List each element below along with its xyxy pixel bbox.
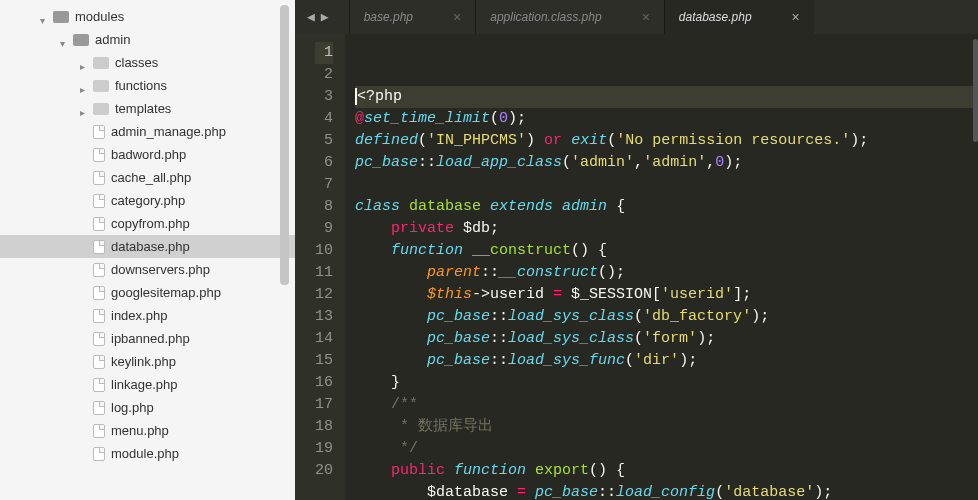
- code-line[interactable]: defined('IN_PHPCMS') or exit('No permiss…: [355, 130, 978, 152]
- code-line[interactable]: pc_base::load_sys_func('dir');: [355, 350, 978, 372]
- code-line[interactable]: function __construct() {: [355, 240, 978, 262]
- code-content[interactable]: <?php@set_time_limit(0);defined('IN_PHPC…: [345, 34, 978, 500]
- tab-base-php[interactable]: base.php×: [349, 0, 476, 34]
- line-number-gutter[interactable]: 1234567891011121314151617181920: [295, 34, 345, 500]
- tree-item-googlesitemap-php[interactable]: googlesitemap.php: [0, 281, 295, 304]
- tree-item-label: category.php: [111, 193, 185, 208]
- folder-icon: [73, 34, 89, 46]
- folder-icon: [53, 11, 69, 23]
- code-area[interactable]: 1234567891011121314151617181920 <?php@se…: [295, 34, 978, 500]
- line-number[interactable]: 20: [315, 460, 333, 482]
- code-line[interactable]: pc_base::load_app_class('admin','admin',…: [355, 152, 978, 174]
- tree-item-label: admin_manage.php: [111, 124, 226, 139]
- code-line[interactable]: private $db;: [355, 218, 978, 240]
- file-icon: [93, 378, 105, 392]
- tree-item-label: admin: [95, 32, 130, 47]
- tree-item-category-php[interactable]: category.php: [0, 189, 295, 212]
- code-line[interactable]: pc_base::load_sys_class('form');: [355, 328, 978, 350]
- line-number[interactable]: 13: [315, 306, 333, 328]
- tree-item-downservers-php[interactable]: downservers.php: [0, 258, 295, 281]
- line-number[interactable]: 3: [315, 86, 333, 108]
- tree-item-module-php[interactable]: module.php: [0, 442, 295, 465]
- tree-item-linkage-php[interactable]: linkage.php: [0, 373, 295, 396]
- line-number[interactable]: 8: [315, 196, 333, 218]
- expand-arrow-icon[interactable]: [40, 12, 50, 22]
- tree-item-copyfrom-php[interactable]: copyfrom.php: [0, 212, 295, 235]
- tree-item-templates[interactable]: templates: [0, 97, 295, 120]
- tree-item-label: cache_all.php: [111, 170, 191, 185]
- file-icon: [93, 148, 105, 162]
- close-icon[interactable]: ×: [453, 9, 461, 25]
- tree-item-index-php[interactable]: index.php: [0, 304, 295, 327]
- code-line[interactable]: */: [355, 438, 978, 460]
- close-icon[interactable]: ×: [642, 9, 650, 25]
- line-number[interactable]: 17: [315, 394, 333, 416]
- line-number[interactable]: 6: [315, 152, 333, 174]
- tree-item-menu-php[interactable]: menu.php: [0, 419, 295, 442]
- file-icon: [93, 286, 105, 300]
- sidebar-scrollbar[interactable]: [280, 5, 289, 285]
- code-line[interactable]: [355, 174, 978, 196]
- tree-item-modules[interactable]: modules: [0, 5, 295, 28]
- tree-item-label: googlesitemap.php: [111, 285, 221, 300]
- nav-forward-icon[interactable]: ▶: [321, 9, 329, 25]
- tree-item-admin[interactable]: admin: [0, 28, 295, 51]
- code-line[interactable]: $this->userid = $_SESSION['userid'];: [355, 284, 978, 306]
- line-number[interactable]: 1: [315, 42, 333, 64]
- tree-item-label: copyfrom.php: [111, 216, 190, 231]
- editor-topbar: ◀ ▶ base.php×application.class.php×datab…: [295, 0, 978, 34]
- line-number[interactable]: 14: [315, 328, 333, 350]
- line-number[interactable]: 2: [315, 64, 333, 86]
- file-icon: [93, 401, 105, 415]
- tree-item-label: ipbanned.php: [111, 331, 190, 346]
- file-icon: [93, 194, 105, 208]
- file-icon: [93, 240, 105, 254]
- tree-item-keylink-php[interactable]: keylink.php: [0, 350, 295, 373]
- code-line[interactable]: <?php: [355, 86, 978, 108]
- editor-scrollbar[interactable]: [973, 39, 978, 142]
- code-line[interactable]: public function export() {: [355, 460, 978, 482]
- expand-arrow-icon[interactable]: [60, 35, 70, 45]
- nav-back-icon[interactable]: ◀: [307, 9, 315, 25]
- expand-arrow-icon[interactable]: [80, 58, 90, 68]
- code-line[interactable]: * 数据库导出: [355, 416, 978, 438]
- file-icon: [93, 355, 105, 369]
- tree-item-label: functions: [115, 78, 167, 93]
- tree-item-classes[interactable]: classes: [0, 51, 295, 74]
- line-number[interactable]: 11: [315, 262, 333, 284]
- line-number[interactable]: 5: [315, 130, 333, 152]
- code-line[interactable]: $database = pc_base::load_config('databa…: [355, 482, 978, 500]
- code-line[interactable]: class database extends admin {: [355, 196, 978, 218]
- folder-icon: [93, 80, 109, 92]
- line-number[interactable]: 19: [315, 438, 333, 460]
- tree-item-label: module.php: [111, 446, 179, 461]
- line-number[interactable]: 18: [315, 416, 333, 438]
- tab-label: application.class.php: [490, 10, 601, 24]
- line-number[interactable]: 16: [315, 372, 333, 394]
- file-icon: [93, 447, 105, 461]
- code-line[interactable]: @set_time_limit(0);: [355, 108, 978, 130]
- tree-item-ipbanned-php[interactable]: ipbanned.php: [0, 327, 295, 350]
- tree-item-badword-php[interactable]: badword.php: [0, 143, 295, 166]
- line-number[interactable]: 15: [315, 350, 333, 372]
- line-number[interactable]: 10: [315, 240, 333, 262]
- expand-arrow-icon[interactable]: [80, 104, 90, 114]
- tree-item-cache_all-php[interactable]: cache_all.php: [0, 166, 295, 189]
- tree-item-admin_manage-php[interactable]: admin_manage.php: [0, 120, 295, 143]
- code-line[interactable]: pc_base::load_sys_class('db_factory');: [355, 306, 978, 328]
- tree-item-functions[interactable]: functions: [0, 74, 295, 97]
- file-tree-sidebar[interactable]: modulesadminclassesfunctionstemplatesadm…: [0, 0, 295, 500]
- line-number[interactable]: 12: [315, 284, 333, 306]
- line-number[interactable]: 4: [315, 108, 333, 130]
- line-number[interactable]: 7: [315, 174, 333, 196]
- close-icon[interactable]: ×: [792, 9, 800, 25]
- expand-arrow-icon[interactable]: [80, 81, 90, 91]
- tab-application-class-php[interactable]: application.class.php×: [475, 0, 664, 34]
- code-line[interactable]: }: [355, 372, 978, 394]
- tree-item-database-php[interactable]: database.php: [0, 235, 295, 258]
- code-line[interactable]: parent::__construct();: [355, 262, 978, 284]
- code-line[interactable]: /**: [355, 394, 978, 416]
- line-number[interactable]: 9: [315, 218, 333, 240]
- tab-database-php[interactable]: database.php×: [664, 0, 814, 34]
- tree-item-log-php[interactable]: log.php: [0, 396, 295, 419]
